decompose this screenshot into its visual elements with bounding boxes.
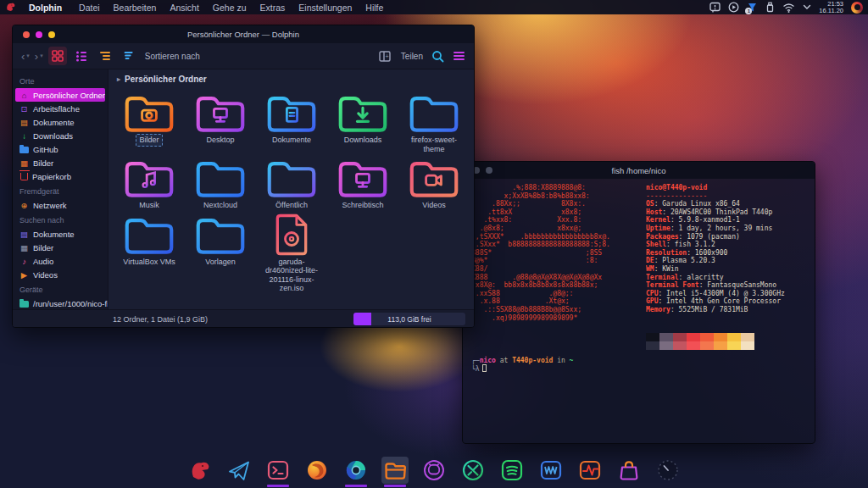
sidebar-item-github[interactable]: GitHub	[13, 142, 108, 156]
prompt-path: ~	[570, 357, 574, 364]
file-item-garuda-dr460nized-lite-201116-linux-zen-iso[interactable]: garuda-dr460nized-lite-201116-linux-zen.…	[256, 214, 327, 295]
schreibtisch-folder-icon	[337, 157, 388, 199]
running-indicator	[462, 485, 484, 487]
expand-chevron-icon[interactable]	[803, 4, 811, 10]
sidebar-item-audio[interactable]: ♪Audio	[13, 254, 108, 268]
menu-item-gehe-zu[interactable]: Gehe zu	[206, 3, 253, 13]
split-view-icon[interactable]: +	[379, 51, 391, 62]
file-item-nextcloud[interactable]: Nextcloud	[185, 157, 256, 212]
fetch-label: Kernel	[646, 216, 670, 224]
file-item-firefox-sweet-theme[interactable]: firefox-sweet-theme	[398, 92, 470, 155]
running-indicator	[540, 485, 562, 487]
dock-item-dolphin[interactable]	[379, 457, 411, 487]
search-icon[interactable]	[431, 50, 444, 63]
fetch-value: : KWin	[654, 265, 679, 273]
fetch-value: : 5.9.8-xanmod1-1	[670, 216, 740, 224]
file-label: Bilder	[136, 134, 162, 147]
menu-app-name[interactable]: Dolphin	[22, 3, 72, 13]
bilder-folder-icon	[124, 92, 175, 134]
dock-item-firefox[interactable]	[301, 457, 333, 487]
sidebar-item-arbeitsfl-che[interactable]: ⊡Arbeitsfläche	[13, 102, 108, 115]
fetch-label: OS	[646, 200, 654, 208]
dock-item-telegram[interactable]	[223, 457, 255, 487]
sidebar-item-bilder[interactable]: ▦Bilder	[13, 156, 108, 169]
dock-item-garuda-launcher[interactable]	[184, 457, 216, 487]
garuda-launcher-icon	[186, 457, 214, 484]
wifi-icon[interactable]	[782, 3, 795, 13]
sidebar-item-pers-nlicher-ordner[interactable]: ⌂Persönlicher Ordner	[15, 88, 105, 102]
sidebar-item-dokumente[interactable]: ▤Dokumente	[13, 115, 108, 129]
sidebar-item-label: /run/user/1000/nico-fir	[33, 299, 108, 308]
dock-item-chromium[interactable]	[340, 457, 372, 487]
sidebar-item-videos[interactable]: ▶Videos	[13, 268, 108, 281]
dock-item-waveform-app[interactable]	[535, 457, 567, 487]
fetch-value: : alacritty	[679, 274, 724, 281]
fetch-value: : 1 day, 2 hours, 39 mins	[670, 225, 772, 232]
media-player-icon[interactable]	[728, 2, 739, 13]
palette-swatch	[646, 341, 659, 350]
dock-item-game-app[interactable]	[457, 457, 489, 487]
sidebar-item-bilder[interactable]: ▦Bilder	[13, 241, 108, 254]
file-item-vorlagen[interactable]: Vorlagen	[185, 214, 256, 295]
sort-label[interactable]: Sortieren nach	[145, 52, 200, 61]
dock-item-software-center[interactable]	[613, 457, 645, 487]
clock[interactable]: 21:53 16.11.20	[819, 1, 843, 14]
file-item-dokumente[interactable]: Dokumente	[256, 92, 327, 155]
file-item-ffentlich[interactable]: Öffentlich	[256, 157, 327, 212]
menu-item-hilfe[interactable]: Hilfe	[359, 3, 390, 13]
dolphin-maximize-button[interactable]	[48, 31, 55, 38]
file-item-virtualbox-vms[interactable]: VirtualBox VMs	[114, 214, 185, 295]
fetch-value: : Intel i5-4300M (4) @ 3.300GHz	[658, 290, 784, 297]
sidebar-item-dokumente[interactable]: ▤Dokumente	[13, 227, 108, 241]
icon-view-button[interactable]	[48, 47, 67, 65]
removable-device-icon[interactable]	[765, 2, 775, 13]
fetch-label: Shell	[646, 241, 666, 248]
list-view-button[interactable]	[72, 47, 91, 65]
updates-icon[interactable]: 1	[747, 2, 758, 13]
sidebar-item-label: Bilder	[33, 243, 53, 252]
dock-item-terminal[interactable]	[262, 457, 294, 487]
menu-item-datei[interactable]: Datei	[72, 3, 107, 13]
forward-button[interactable]: ›▾	[35, 50, 43, 63]
menu-item-extras[interactable]: Extras	[253, 3, 292, 13]
menu-item-ansicht[interactable]: Ansicht	[163, 3, 205, 13]
garuda-assistant-icon[interactable]	[851, 2, 863, 14]
terminal-content[interactable]: .%;888:X8889888@8: x;XxXB%8b8:b8%b88xx8:…	[463, 179, 815, 374]
file-item-schreibtisch[interactable]: Schreibtisch	[327, 157, 398, 212]
iso-file-icon	[275, 214, 309, 256]
breadcrumb[interactable]: ▸ Persönlicher Ordner	[108, 69, 474, 88]
sidebar-item-label: Papierkorb	[32, 172, 71, 181]
hamburger-menu-icon[interactable]	[453, 51, 465, 62]
sidebar-item-run-user-1000-nico-fir[interactable]: /run/user/1000/nico-fir	[13, 297, 108, 309]
file-item-videos[interactable]: Videos	[398, 157, 470, 212]
sidebar-item-downloads[interactable]: ↓Downloads	[13, 129, 108, 142]
dolphin-minimize-button[interactable]	[36, 31, 42, 38]
dock-item-github[interactable]	[418, 457, 450, 487]
terminal-titlebar[interactable]: fish /home/nico	[463, 162, 815, 179]
menu-item-einstellungen[interactable]: Einstellungen	[292, 3, 359, 13]
file-item-downloads[interactable]: Downloads	[327, 92, 398, 155]
musik-folder-icon	[124, 157, 175, 199]
file-item-bilder[interactable]: Bilder	[114, 92, 185, 155]
back-button[interactable]: ‹▾	[21, 50, 30, 63]
sort-button[interactable]	[120, 47, 138, 65]
split-label[interactable]: Teilen	[401, 52, 423, 61]
breadcrumb-location[interactable]: Persönlicher Ordner	[125, 75, 207, 84]
sidebar-item-papierkorb[interactable]: Papierkorb	[13, 169, 108, 183]
dock-item-system-monitor[interactable]	[574, 457, 606, 487]
file-item-desktop[interactable]: Desktop	[185, 92, 256, 155]
terminal-minimize-button[interactable]	[486, 167, 492, 174]
dock-item-clock-widget[interactable]	[652, 457, 684, 487]
dolphin-titlebar[interactable]: Persönlicher Ordner — Dolphin	[13, 25, 474, 43]
github-icon	[420, 457, 448, 484]
downloads-icon: ↓	[19, 131, 29, 141]
sidebar-item-netzwerk[interactable]: ⊕Netzwerk	[13, 198, 108, 212]
menu-item-bearbeiten[interactable]: Bearbeiten	[107, 3, 164, 13]
fetch-user-host: nico@T440p-void	[646, 184, 808, 192]
dock-item-spotify[interactable]	[496, 457, 528, 487]
file-item-musik[interactable]: Musik	[114, 157, 185, 212]
tree-view-button[interactable]	[96, 47, 114, 65]
dolphin-close-button[interactable]	[23, 31, 30, 38]
notification-icon[interactable]	[709, 2, 721, 13]
palette-swatch	[741, 341, 754, 350]
